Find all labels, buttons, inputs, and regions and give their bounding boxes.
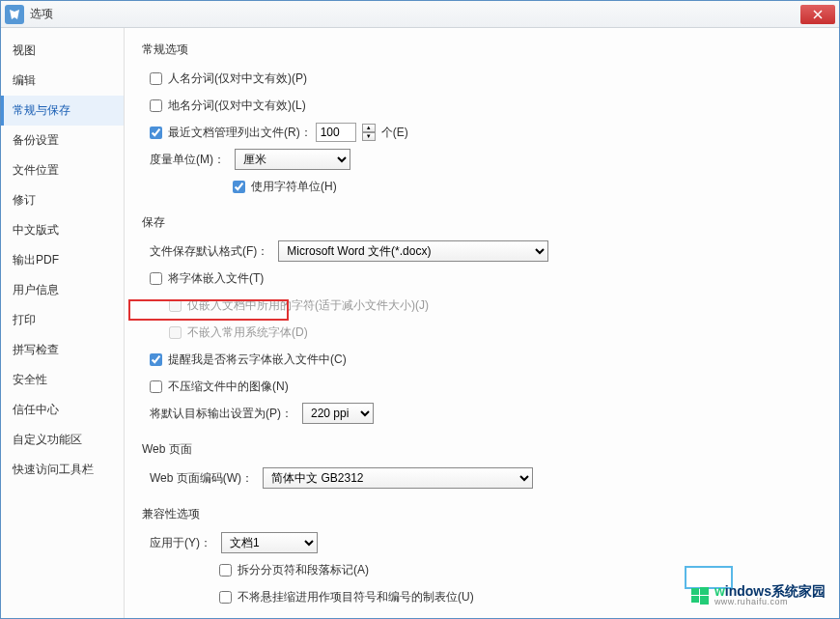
section-general: 常规选项 人名分词(仅对中文有效)(P) 地名分词(仅对中文有效)(L) 最近文… [142, 42, 822, 197]
sidebar-item-trust[interactable]: 信任中心 [1, 395, 124, 425]
sidebar-item-edit[interactable]: 编辑 [1, 66, 124, 96]
checkbox-no-compress[interactable] [150, 380, 162, 393]
window-title: 选项 [30, 6, 800, 22]
section-title-compat: 兼容性选项 [142, 506, 822, 522]
checkbox-split-marks[interactable] [219, 564, 232, 577]
label-place-seg: 地名分词(仅对中文有效)(L) [168, 98, 306, 114]
label-no-sys: 不嵌入常用系统字体(D) [187, 324, 308, 341]
label-recent-unit: 个(E) [381, 125, 408, 141]
close-button[interactable] [800, 5, 835, 24]
sidebar-item-file-location[interactable]: 文件位置 [1, 155, 124, 185]
section-title-web: Web 页面 [142, 441, 822, 458]
svg-rect-3 [700, 596, 709, 605]
section-save: 保存 文件保存默认格式(F)： Microsoft Word 文件(*.docx… [142, 214, 822, 424]
sidebar-item-spell[interactable]: 拼写检查 [1, 335, 124, 365]
windows-icon [689, 585, 711, 606]
spinner-down[interactable]: ▼ [362, 132, 376, 141]
checkbox-embed-used [169, 299, 182, 312]
checkbox-place-seg[interactable] [150, 99, 162, 112]
checkbox-remind-cloud[interactable] [150, 353, 162, 366]
main-panel: 常规选项 人名分词(仅对中文有效)(P) 地名分词(仅对中文有效)(L) 最近文… [125, 28, 839, 618]
sidebar-item-user[interactable]: 用户信息 [1, 275, 124, 305]
checkbox-no-hang-tabs[interactable] [219, 591, 232, 604]
label-char-unit: 使用字符单位(H) [251, 179, 337, 195]
input-recent-docs[interactable] [316, 123, 356, 142]
spinner-up[interactable]: ▲ [362, 124, 376, 132]
section-title-general: 常规选项 [142, 42, 822, 58]
label-remind-cloud: 提醒我是否将云字体嵌入文件中(C) [168, 352, 347, 368]
section-title-save: 保存 [142, 214, 822, 231]
app-icon [5, 5, 24, 24]
select-unit[interactable]: 厘米 [235, 149, 350, 170]
label-embed-fonts: 将字体嵌入文件(T) [168, 270, 264, 287]
sidebar-item-pdf[interactable]: 输出PDF [1, 245, 124, 275]
sidebar-item-print[interactable]: 打印 [1, 305, 124, 335]
sidebar-item-qat[interactable]: 快速访问工具栏 [1, 455, 124, 485]
select-format[interactable]: Microsoft Word 文件(*.docx) [278, 240, 548, 262]
select-ppi[interactable]: 220 ppi [302, 403, 374, 424]
checkbox-no-sys [169, 326, 182, 339]
label-name-seg: 人名分词(仅对中文有效)(P) [168, 70, 307, 87]
sidebar-item-general-save[interactable]: 常规与保存 [1, 96, 124, 126]
titlebar: 选项 [1, 1, 839, 28]
checkbox-char-unit[interactable] [233, 181, 245, 193]
sidebar-item-chinese[interactable]: 中文版式 [1, 215, 124, 245]
label-apply: 应用于(Y)： [150, 535, 211, 551]
checkbox-recent-docs[interactable] [150, 127, 162, 139]
label-embed-used: 仅嵌入文档中所用的字符(适于减小文件大小)(J) [187, 297, 429, 314]
svg-rect-0 [691, 588, 699, 595]
checkbox-name-seg[interactable] [150, 72, 162, 85]
checkbox-no-hang-auto[interactable] [219, 618, 232, 619]
svg-rect-1 [700, 587, 709, 595]
label-encoding: Web 页面编码(W)： [150, 470, 253, 487]
section-web: Web 页面 Web 页面编码(W)： 简体中文 GB2312 [142, 441, 822, 489]
sidebar-item-security[interactable]: 安全性 [1, 365, 124, 395]
spinner-recent-docs: ▲ ▼ [362, 124, 376, 141]
svg-rect-2 [691, 596, 699, 603]
label-no-compress: 不压缩文件中的图像(N) [168, 379, 289, 395]
options-window: 选项 视图 编辑 常规与保存 备份设置 文件位置 修订 中文版式 输出PDF 用… [0, 0, 840, 619]
label-no-hang-tabs: 不将悬挂缩进用作项目符号和编号的制表位(U) [238, 589, 474, 605]
label-recent-docs: 最近文档管理列出文件(R)： [168, 125, 312, 141]
sidebar: 视图 编辑 常规与保存 备份设置 文件位置 修订 中文版式 输出PDF 用户信息… [1, 28, 125, 618]
label-split-marks: 拆分分页符和段落标记(A) [238, 562, 369, 578]
select-apply[interactable]: 文档1 [221, 532, 318, 553]
label-format: 文件保存默认格式(F)： [150, 243, 268, 260]
watermark: windows系统家园 www.ruhaifu.com [689, 584, 826, 606]
sidebar-item-ribbon[interactable]: 自定义功能区 [1, 425, 124, 455]
select-encoding[interactable]: 简体中文 GB2312 [263, 467, 533, 489]
sidebar-item-backup[interactable]: 备份设置 [1, 126, 124, 155]
checkbox-embed-fonts[interactable] [150, 272, 162, 285]
wm-url: www.ruhaifu.com [714, 598, 826, 606]
label-ppi: 将默认目标输出设置为(P)： [150, 406, 293, 422]
sidebar-item-view[interactable]: 视图 [1, 36, 124, 66]
sidebar-item-revision[interactable]: 修订 [1, 185, 124, 215]
label-unit: 度量单位(M)： [150, 152, 225, 168]
label-no-hang-auto: 不为悬挂式缩进添加自动制表位(I) [238, 616, 410, 619]
content-area: 视图 编辑 常规与保存 备份设置 文件位置 修订 中文版式 输出PDF 用户信息… [1, 28, 839, 618]
